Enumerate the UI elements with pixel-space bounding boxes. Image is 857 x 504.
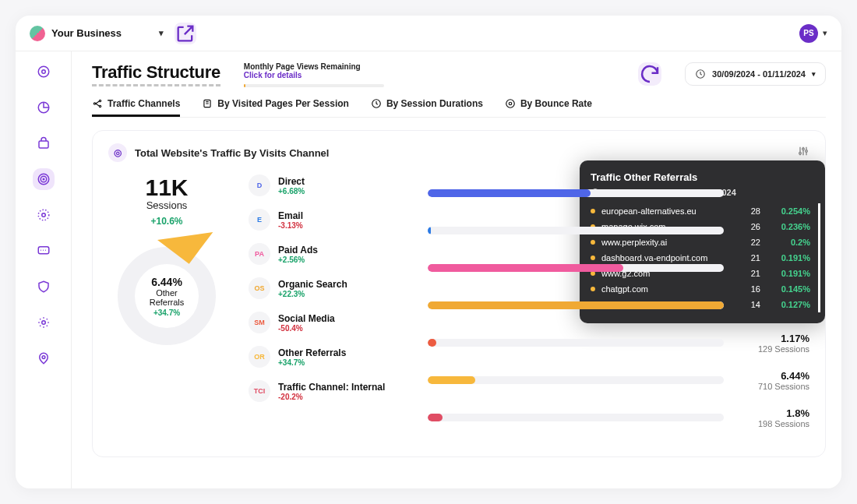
channel-code-badge: OS — [249, 277, 270, 299]
panel-header: ◎ Total Website's Traffic By Visits Chan… — [108, 143, 809, 162]
external-link-icon — [175, 23, 196, 44]
sidebar-item-dashboard[interactable] — [33, 61, 55, 83]
quota-progress-bar — [244, 84, 384, 87]
tab-session-duration[interactable]: By Session Durations — [371, 98, 483, 117]
svg-point-6 — [43, 178, 44, 180]
bar-track — [428, 376, 724, 384]
tooltip-row: european-alternatives.eu280.254% — [591, 203, 810, 219]
bar-fill — [428, 414, 443, 421]
channel-item[interactable]: EEmail-3.13% — [249, 209, 404, 231]
svg-point-15 — [99, 105, 101, 107]
bounce-icon — [505, 98, 516, 109]
channel-delta: -50.4% — [278, 324, 335, 333]
sidebar-item-target[interactable] — [33, 204, 55, 226]
tooltip-row: dashboard.va-endpoint.com210.191% — [591, 250, 810, 266]
summary-delta: +10.6% — [108, 216, 225, 227]
channel-code-badge: E — [249, 209, 270, 231]
tab-visited-pages[interactable]: By Visited Pages Per Session — [202, 98, 349, 117]
svg-point-19 — [506, 100, 515, 108]
tooltip-pct: 0.127% — [767, 300, 810, 309]
tooltip-row: www.perplexity.ai220.2% — [591, 234, 810, 250]
svg-point-21 — [802, 148, 805, 150]
svg-point-1 — [41, 70, 45, 74]
channel-name: Traffic Channel: Internal — [278, 382, 385, 393]
business-selector[interactable]: Your Business ▾ — [30, 26, 164, 41]
summary-value: 11K — [108, 174, 225, 201]
sidebar-item-security[interactable] — [33, 276, 55, 298]
tooltip-value: 22 — [740, 238, 760, 247]
sidebar-item-messages[interactable] — [33, 240, 55, 262]
bullet-icon — [591, 287, 595, 291]
traffic-panel: ◎ Total Website's Traffic By Visits Chan… — [92, 130, 826, 457]
svg-point-11 — [42, 356, 45, 359]
channel-bar-row: 1.17%129 Sessions — [428, 324, 809, 361]
refresh-button[interactable] — [638, 62, 661, 86]
tooltip-pct: 0.191% — [767, 269, 810, 278]
channel-item[interactable]: OSOrganic Search+22.3% — [249, 277, 404, 299]
quota-label: Monthly Page Views Remaining — [244, 62, 384, 71]
channel-delta: +22.3% — [278, 290, 347, 298]
channel-code-badge: OR — [249, 346, 270, 368]
channel-name: Email — [278, 210, 303, 221]
page-title: Traffic Structure — [92, 62, 220, 86]
tooltip-value: 21 — [740, 253, 760, 263]
quota-sublabel: Click for details — [244, 71, 384, 79]
svg-point-20 — [799, 152, 802, 154]
tooltip-rows: european-alternatives.eu280.254%manage.w… — [591, 203, 820, 312]
svg-point-22 — [806, 150, 808, 153]
pages-icon — [202, 98, 213, 109]
bar-fill — [428, 376, 475, 384]
date-range-picker[interactable]: 30/09/2024 - 01/11/2024 ▾ — [685, 62, 826, 86]
user-avatar[interactable]: PS — [799, 24, 818, 43]
tooltip-value: 21 — [740, 269, 760, 278]
tooltip-value: 14 — [740, 300, 760, 309]
tooltip-source: european-alternatives.eu — [601, 206, 734, 216]
tooltip-pct: 0.2% — [767, 238, 810, 247]
channel-delta: -20.2% — [278, 393, 385, 401]
tooltip-source: www.perplexity.ai — [601, 238, 734, 247]
channel-code-badge: SM — [249, 312, 270, 333]
sidebar-nav — [16, 51, 72, 488]
channel-item[interactable]: PAPaid Ads+2.56% — [249, 243, 404, 265]
channel-delta: +34.7% — [278, 358, 346, 367]
channel-bar-row: 6.44%710 Sessions — [428, 361, 809, 399]
tab-traffic-channels[interactable]: Traffic Channels — [92, 98, 180, 117]
sidebar-item-location[interactable] — [33, 347, 55, 369]
sidebar-item-settings[interactable] — [33, 312, 55, 333]
summary-column: 11K Sessions +10.6% 6.44% Other Referral… — [108, 174, 225, 436]
sidebar-item-commerce[interactable] — [33, 132, 55, 154]
bar-fill — [428, 339, 436, 347]
channel-name: Social Media — [278, 313, 335, 324]
channel-list: DDirect+6.68%EEmail-3.13%PAPaid Ads+2.56… — [249, 174, 404, 436]
channel-item[interactable]: TCITraffic Channel: Internal-20.2% — [249, 380, 404, 402]
channel-code-badge: PA — [249, 243, 270, 265]
tooltip-value: 16 — [740, 284, 760, 294]
bar-track — [428, 301, 724, 309]
sidebar-item-traffic[interactable] — [33, 168, 55, 190]
chevron-down-icon[interactable]: ▾ — [823, 28, 827, 38]
top-bar: Your Business ▾ PS ▾ — [16, 16, 841, 51]
tooltip-pct: 0.254% — [767, 206, 810, 216]
tooltip-other-referrals: Traffic Other Referrals Mon, 30/09/2024 … — [580, 160, 825, 323]
chevron-down-icon: ▾ — [812, 70, 816, 78]
title-row: Traffic Structure Monthly Page Views Rem… — [92, 62, 826, 87]
tab-bounce-rate[interactable]: By Bounce Rate — [505, 98, 592, 117]
panel-filter-button[interactable] — [797, 145, 809, 160]
channel-name: Other Referrals — [278, 347, 346, 358]
channel-stat: 1.17%129 Sessions — [724, 333, 809, 354]
channel-item[interactable]: OROther Referrals+34.7% — [249, 346, 404, 368]
bar-fill — [428, 264, 623, 272]
chevron-down-icon: ▾ — [159, 28, 164, 38]
refresh-icon — [638, 62, 661, 86]
channel-item[interactable]: SMSocial Media-50.4% — [249, 312, 404, 333]
share-button[interactable] — [175, 23, 196, 44]
channel-name: Organic Search — [278, 279, 347, 290]
donut-chart: 6.44% Other Referrals +34.7% — [108, 238, 225, 354]
channels-icon — [92, 98, 103, 109]
quota-block[interactable]: Monthly Page Views Remaining Click for d… — [244, 62, 384, 87]
tooltip-pct: 0.236% — [767, 222, 810, 231]
sliders-icon — [797, 145, 809, 157]
bullet-icon — [591, 256, 595, 260]
channel-item[interactable]: DDirect+6.68% — [249, 174, 404, 196]
sidebar-item-analytics[interactable] — [33, 97, 55, 118]
